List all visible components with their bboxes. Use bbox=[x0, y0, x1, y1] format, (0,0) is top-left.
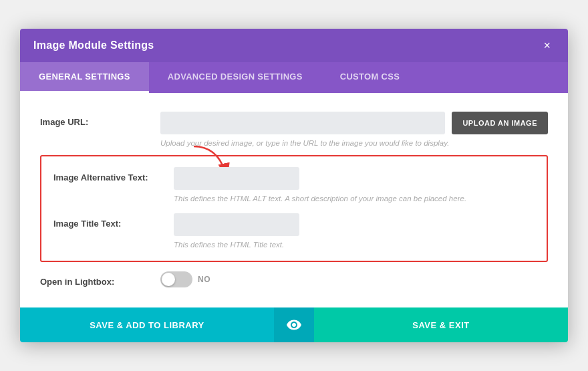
tab-custom-css[interactable]: Custom CSS bbox=[321, 62, 418, 93]
modal: Image Module Settings × General Settings… bbox=[20, 29, 568, 342]
image-url-input-row: UPLOAD AN IMAGE bbox=[160, 112, 548, 134]
tab-general-settings[interactable]: General Settings bbox=[20, 62, 149, 93]
lightbox-toggle-container: NO bbox=[160, 271, 548, 287]
image-alt-content: This defines the HTML ALT text. A short … bbox=[174, 167, 535, 204]
lightbox-label: Open in Lightbox: bbox=[40, 271, 160, 287]
tab-bar: General Settings Advanced Design Setting… bbox=[20, 62, 568, 93]
eye-button[interactable] bbox=[274, 307, 314, 342]
image-url-content: UPLOAD AN IMAGE Upload your desired imag… bbox=[160, 112, 548, 148]
modal-header: Image Module Settings × bbox=[20, 29, 568, 62]
tab-advanced-design-settings[interactable]: Advanced Design Settings bbox=[149, 62, 321, 93]
modal-footer: Save & Add To Library Save & Exit bbox=[20, 307, 568, 342]
image-title-content: This defines the HTML Title text. bbox=[174, 213, 535, 250]
image-url-label: Image URL: bbox=[40, 112, 160, 127]
image-alt-input[interactable] bbox=[174, 167, 299, 190]
modal-title: Image Module Settings bbox=[33, 39, 154, 51]
image-title-input[interactable] bbox=[174, 213, 299, 236]
image-alt-row: Image Alternative Text: This defines the… bbox=[53, 167, 535, 204]
modal-body: Image URL: UPLOAD AN IMAGE Upload your d… bbox=[20, 93, 568, 307]
image-title-label: Image Title Text: bbox=[53, 213, 174, 229]
image-url-hint: Upload your desired image, or type in th… bbox=[160, 138, 548, 148]
close-button[interactable]: × bbox=[539, 38, 555, 53]
save-add-to-library-button[interactable]: Save & Add To Library bbox=[20, 307, 274, 342]
upload-image-button[interactable]: UPLOAD AN IMAGE bbox=[452, 112, 548, 134]
image-alt-hint: This defines the HTML ALT text. A short … bbox=[174, 193, 535, 204]
highlight-box: Image Alternative Text: This defines the… bbox=[40, 155, 548, 262]
image-url-row: Image URL: UPLOAD AN IMAGE Upload your d… bbox=[40, 112, 548, 148]
toggle-label: NO bbox=[198, 275, 210, 284]
lightbox-content: NO bbox=[160, 271, 548, 287]
eye-icon bbox=[286, 317, 302, 333]
save-exit-button[interactable]: Save & Exit bbox=[314, 307, 568, 342]
image-title-hint: This defines the HTML Title text. bbox=[174, 239, 535, 250]
image-title-row: Image Title Text: This defines the HTML … bbox=[53, 213, 535, 250]
image-url-input[interactable] bbox=[160, 112, 445, 134]
lightbox-toggle[interactable] bbox=[160, 271, 192, 287]
image-alt-label: Image Alternative Text: bbox=[53, 167, 174, 182]
lightbox-row: Open in Lightbox: NO bbox=[40, 271, 548, 287]
toggle-thumb bbox=[162, 273, 175, 286]
